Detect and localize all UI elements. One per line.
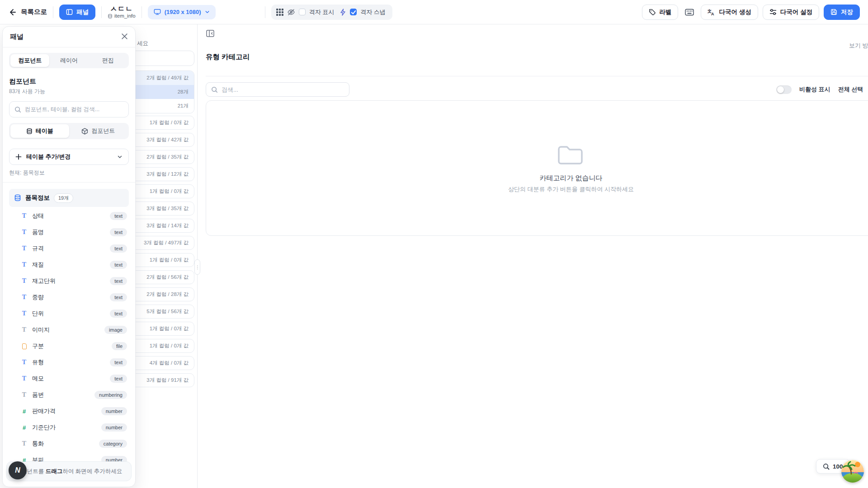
field-label: 기준단가 xyxy=(32,423,56,432)
grid-snap-checkbox[interactable] xyxy=(350,9,357,15)
island-sticker-badge[interactable] xyxy=(841,460,864,483)
components-search-input[interactable] xyxy=(25,106,123,113)
field-type-badge: category xyxy=(99,440,127,448)
panel-tab-label: 편집 xyxy=(102,56,114,65)
field-row[interactable]: T # 품번 numbering xyxy=(9,387,129,403)
panel-button-label: 패널 xyxy=(76,8,89,16)
table-group-row-meta: 2개 컬럼 / 49개 값 xyxy=(146,75,189,81)
select-all-button[interactable]: 전체 선택 xyxy=(838,85,863,94)
database-icon xyxy=(26,128,33,135)
field-row[interactable]: T # 재고단위 text xyxy=(9,273,129,289)
table-card-meta: 3개 컬럼 / 497개 값 xyxy=(144,239,189,246)
save-button[interactable]: 저장 xyxy=(824,5,860,20)
source-tab-component[interactable]: 컴포넌트 xyxy=(69,124,128,138)
inactive-toggle[interactable] xyxy=(776,85,792,94)
number-type-icon: # xyxy=(21,408,28,415)
field-row[interactable]: T # 규격 text xyxy=(9,240,129,257)
close-panel-button[interactable] xyxy=(121,33,128,41)
field-row[interactable]: T # 유형 text xyxy=(9,354,129,371)
table-card-meta: 1개 컬럼 / 0개 값 xyxy=(150,188,189,195)
field-row[interactable]: T # 이미지 image xyxy=(9,322,129,338)
field-row[interactable]: T # 중량 text xyxy=(9,289,129,305)
field-type-badge: text xyxy=(110,244,127,253)
panel-tab[interactable]: 편집 xyxy=(89,54,127,67)
grid-show-checkbox[interactable] xyxy=(299,9,306,15)
table-card-meta: 5개 컬럼 / 56개 값 xyxy=(146,308,189,315)
table-card-meta: 4개 컬럼 / 0개 값 xyxy=(150,360,189,366)
table-header-row[interactable]: 품목정보 19개 xyxy=(9,189,129,207)
panel-resize-handle[interactable]: ⋮ xyxy=(194,259,200,275)
divider xyxy=(206,76,868,76)
top-toolbar: 목록으로 패널 ㅅㄷㄴ item_info (868 x 488) 격자 표… xyxy=(0,0,868,24)
field-row[interactable]: T # 기준단가 number xyxy=(9,419,129,436)
document-title-block: ㅅㄷㄴ item_info xyxy=(108,5,136,19)
i18n-settings-button[interactable]: 다국어 설정 xyxy=(763,5,819,20)
search-icon xyxy=(211,86,218,93)
save-icon xyxy=(830,9,837,15)
plus-icon xyxy=(15,154,22,160)
field-type-badge: file xyxy=(112,342,127,350)
field-type-badge: text xyxy=(110,212,127,220)
field-row[interactable]: T # 재질 text xyxy=(9,257,129,273)
field-label: 품명 xyxy=(32,228,44,236)
panel-tab[interactable]: 컴포넌트 xyxy=(10,54,49,67)
collapse-sidebar-button[interactable] xyxy=(204,27,217,40)
field-row[interactable]: T # 통화 category xyxy=(9,436,129,452)
text-type-icon: T xyxy=(21,294,28,301)
resolution-selector[interactable]: (868 x 488) xyxy=(148,5,216,19)
field-type-badge: number xyxy=(101,407,127,415)
category-search-input[interactable] xyxy=(222,86,344,93)
field-type-badge: numbering xyxy=(94,391,127,399)
text-type-icon: T xyxy=(21,310,28,317)
add-table-label: 테이블 추가/변경 xyxy=(26,153,71,161)
i18n-generate-button[interactable]: 文A 다국어 생성 xyxy=(701,5,758,20)
view-mode-link[interactable]: 보기 방식 xyxy=(849,42,868,50)
label-button[interactable]: 라벨 xyxy=(642,5,678,20)
chevron-down-icon xyxy=(205,9,210,14)
panel-toggle-button[interactable]: 패널 xyxy=(59,5,95,20)
toolbar-separator xyxy=(142,6,142,18)
grid-snap-label: 격자 스냅 xyxy=(360,8,386,16)
panel-tab[interactable]: 레이어 xyxy=(49,54,88,67)
field-row[interactable]: T # 단위 text xyxy=(9,305,129,322)
table-card-meta: 1개 컬럼 / 0개 값 xyxy=(150,325,189,332)
table-card-meta: 3개 컬럼 / 91개 값 xyxy=(146,377,189,384)
panel-header: 패널 xyxy=(3,27,135,47)
resolution-label: (868 x 488) xyxy=(165,9,201,15)
table-card-meta: 1개 컬럼 / 0개 값 xyxy=(150,257,189,263)
field-label: 규격 xyxy=(32,244,44,253)
source-toggle: 테이블 컴포넌트 xyxy=(9,123,129,139)
field-row[interactable]: T # 판매가격 number xyxy=(9,403,129,419)
field-row[interactable]: T # 품명 text xyxy=(9,224,129,240)
text-type-icon: T xyxy=(21,229,28,236)
eye-off-icon[interactable] xyxy=(287,8,295,16)
field-label: 재고단위 xyxy=(32,277,56,285)
panel-tabs: 컴포넌트 레이어 편집 xyxy=(9,53,129,68)
floating-n-badge[interactable]: N xyxy=(9,461,27,479)
source-tab-table-label: 테이블 xyxy=(36,127,53,135)
field-label: 재질 xyxy=(32,261,44,269)
grid-icon[interactable] xyxy=(276,9,283,16)
back-arrow-icon xyxy=(8,8,16,16)
keyboard-shortcuts-button[interactable] xyxy=(683,5,696,19)
components-panel: 패널 컴포넌트 레이어 편집 컴포넌트 83개 사용 가능 xyxy=(2,26,136,487)
text-type-icon: T xyxy=(21,212,28,220)
source-tab-table[interactable]: 테이블 xyxy=(10,124,69,138)
panel-tab-label: 레이어 xyxy=(60,56,78,65)
field-row[interactable]: T # 메모 text xyxy=(9,371,129,387)
monitor-icon xyxy=(154,9,161,15)
table-group-row-meta: 21개 xyxy=(178,103,189,109)
field-row[interactable]: T # 상태 text xyxy=(9,208,129,224)
field-type-badge: image xyxy=(104,326,127,334)
table-card-meta: 3개 컬럼 / 14개 값 xyxy=(146,222,189,229)
back-to-list-button[interactable]: 목록으로 xyxy=(8,8,47,16)
drag-hint-text: 컴포넌트를 드래그하여 화면에 추가하세요 xyxy=(16,468,122,475)
text-type-icon: T xyxy=(21,440,28,447)
field-row[interactable]: T # 구분 file xyxy=(9,338,129,354)
close-icon xyxy=(121,33,128,40)
field-label: 품번 xyxy=(32,391,44,399)
add-table-button[interactable]: 테이블 추가/변경 xyxy=(9,149,129,165)
file-type-icon xyxy=(21,343,28,349)
table-card-meta: 2개 컬럼 / 56개 값 xyxy=(146,274,189,281)
page-title: 유형 카테고리 xyxy=(206,52,250,62)
